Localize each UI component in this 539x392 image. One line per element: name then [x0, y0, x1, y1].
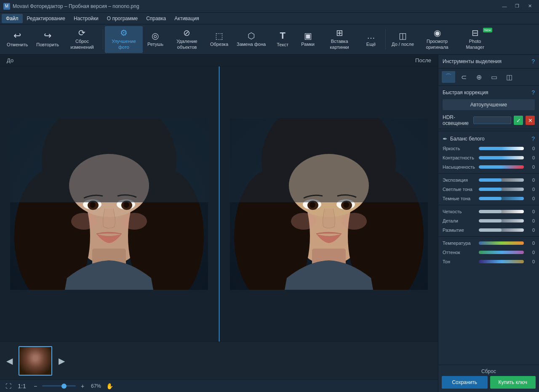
menu-file[interactable]: Файл [2, 14, 23, 23]
menu-about[interactable]: О программе [103, 14, 142, 23]
tone-track [479, 260, 524, 263]
hdr-input[interactable] [473, 117, 511, 124]
magic-selection-tool[interactable]: ⊕ [472, 71, 486, 83]
undo-button[interactable]: ↩ Отменить [3, 26, 32, 53]
svg-point-28 [343, 202, 349, 208]
hdr-label: HDR-освещение [443, 114, 471, 126]
more-icon: … [367, 32, 375, 40]
tint-track [479, 251, 524, 254]
photomgr-button[interactable]: New ⊟ Photo Manager [456, 26, 494, 53]
save-button[interactable]: Сохранить [442, 376, 488, 389]
quick-correction-help[interactable]: ? [531, 89, 535, 96]
selection-tools-help[interactable]: ? [531, 58, 535, 65]
shadows-track [479, 197, 524, 200]
toolbar: ↩ Отменить ↪ Повторить ⟳ Сброс изменений… [0, 24, 539, 55]
enhance-button[interactable]: ⚙ Улучшение фото [105, 26, 143, 53]
minimize-button[interactable]: — [499, 2, 510, 11]
menu-help[interactable]: Справка [142, 14, 170, 23]
retouch-button[interactable]: ◎ Ретушь [143, 26, 168, 53]
shadows-value: 0 [526, 196, 535, 201]
panel-scroll-area[interactable]: Быстрая коррекция ? Автоулучшение HDR-ос… [438, 86, 539, 365]
contrast-fill [479, 156, 502, 159]
sharpness-fill [479, 210, 502, 213]
fit-screen-button[interactable]: ⛶ [3, 381, 13, 391]
more-button[interactable]: … Ещё [358, 26, 384, 53]
divider-1 [438, 131, 539, 131]
brush-selection-tool[interactable]: ⌒ [442, 71, 455, 83]
menu-edit[interactable]: Редактирование [23, 14, 69, 23]
after-photo-svg [230, 118, 428, 290]
highlights-track [479, 188, 524, 191]
sharpness-value: 0 [526, 209, 535, 214]
filmstrip-next-button[interactable]: ▶ [56, 346, 67, 376]
redo-button[interactable]: ↪ Повторить [32, 26, 63, 53]
details-fill [479, 219, 502, 222]
tint-label: Оттенок [443, 250, 476, 255]
exposure-label: Экспозиция [443, 177, 476, 183]
menubar: Файл Редактирование Настройки О программ… [0, 13, 539, 24]
exposure-fill [479, 178, 502, 182]
panel-bottom: Сброс Сохранить Купить ключ [438, 365, 539, 392]
zoom-in-button[interactable]: + [77, 381, 88, 391]
new-badge: New [483, 28, 492, 32]
hdr-cancel-button[interactable]: ✕ [526, 116, 535, 125]
zoom-out-button[interactable]: − [30, 381, 40, 391]
reset-button[interactable]: ⟳ Сброс изменений [63, 26, 101, 53]
filmstrip-prev-button[interactable]: ◀ [3, 346, 15, 376]
svg-point-27 [310, 202, 315, 208]
contrast-track [479, 156, 524, 159]
thumbnail-1[interactable] [19, 346, 52, 376]
after-canvas[interactable] [220, 66, 438, 342]
temperature-row: Температура 0 [438, 238, 539, 248]
auto-enhance-button[interactable]: Автоулучшение [443, 99, 535, 110]
reset-icon: ⟳ [78, 29, 85, 37]
menu-activate[interactable]: Активация [170, 14, 203, 23]
quick-correction-title: Быстрая коррекция [443, 90, 488, 95]
hand-tool-button[interactable]: ✋ [104, 381, 115, 391]
saturation-label: Насыщенность [443, 164, 476, 170]
crop-button[interactable]: ⬚ Обрезка [206, 26, 232, 53]
insert-button[interactable]: ⊞ Вставка картинки [320, 26, 358, 53]
exposure-track [479, 178, 524, 182]
before-photo-svg [10, 118, 208, 290]
blur-value: 0 [526, 228, 535, 233]
lasso-selection-tool[interactable]: ⊂ [457, 71, 470, 83]
preview-button[interactable]: ◉ Просмотр оригинала [418, 26, 456, 53]
zoom-slider[interactable] [42, 385, 76, 387]
preview-icon: ◉ [434, 29, 441, 37]
brightness-label: Яркость [443, 146, 476, 151]
before-label: До [0, 55, 219, 66]
white-balance-help[interactable]: ? [531, 135, 535, 142]
frames-button[interactable]: ▣ Рамки [295, 26, 320, 53]
hdr-ok-button[interactable]: ✓ [514, 116, 523, 125]
tint-value: 0 [526, 250, 535, 255]
replace-bg-button[interactable]: ⬡ Замена фона [232, 26, 270, 53]
rect-selection-tool[interactable]: ▭ [487, 71, 501, 83]
tone-row: Тон 0 [438, 257, 539, 266]
temperature-track [479, 241, 524, 245]
menu-settings[interactable]: Настройки [69, 14, 103, 23]
frames-icon: ▣ [304, 32, 312, 40]
temperature-label: Температура [443, 241, 476, 246]
shadows-fill [479, 197, 502, 200]
maximize-button[interactable]: ❐ [511, 2, 523, 11]
sharpness-label: Четкость [443, 209, 476, 214]
svg-point-14 [122, 213, 147, 230]
details-label: Детали [443, 218, 476, 223]
reset-label: Сброс [442, 368, 536, 374]
white-balance-section: ✒ Баланс белого ? [438, 133, 539, 144]
details-value: 0 [526, 218, 535, 223]
before-canvas[interactable] [0, 66, 219, 342]
zoom-100-button[interactable]: 1:1 [17, 381, 27, 391]
before-after-button[interactable]: ◫ До / после [387, 26, 418, 53]
titlebar: M Movavi Фоторедактор – Пробная версия –… [0, 0, 539, 13]
close-button[interactable]: ✕ [524, 2, 536, 11]
text-button[interactable]: T Текст [270, 26, 295, 53]
remove-button[interactable]: ⊘ Удаление объектов [168, 26, 206, 53]
buy-key-button[interactable]: Купить ключ [490, 376, 536, 389]
erase-selection-tool[interactable]: ◫ [502, 71, 516, 83]
canvas-area: До После [0, 55, 438, 342]
selection-tools-bar: ⌒ ⊂ ⊕ ▭ ◫ [438, 69, 539, 86]
temperature-fill [479, 241, 502, 245]
shadows-row: Темные тона 0 [438, 194, 539, 203]
